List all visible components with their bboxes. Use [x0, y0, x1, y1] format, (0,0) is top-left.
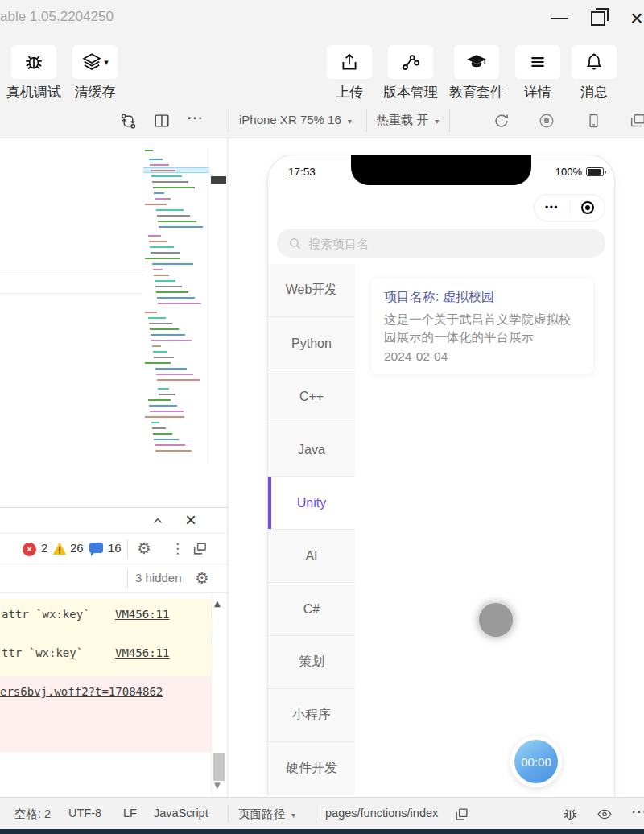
category-item[interactable]: 硬件开发 [268, 742, 355, 795]
message-bubble-icon[interactable] [89, 543, 103, 553]
remote-debug-button[interactable]: 真机调试 [6, 45, 61, 101]
category-item[interactable]: Web开发 [268, 264, 355, 317]
simulator-panel: 17:53 100% ••• Web开发 Python C++ Java Uni… [229, 138, 644, 797]
chevron-down-icon: ▾ [291, 811, 295, 820]
status-eol[interactable]: LF [123, 807, 137, 820]
search-bar[interactable] [277, 229, 605, 258]
console-error-row[interactable]: ers6bvj.woff2?t=17084862 [0, 676, 227, 753]
phone-clock: 17:53 [288, 166, 316, 178]
console-scrollbar[interactable]: ▲ ▼ [211, 594, 227, 798]
category-sidebar: Web开发 Python C++ Java Unity AI C# 策划 小程序… [268, 264, 355, 797]
battery-icon [586, 167, 604, 176]
console-settings-gear-icon[interactable]: ⚙ [137, 539, 151, 558]
message-count[interactable]: 16 [108, 541, 122, 555]
console-more-icon[interactable]: ⋮ [171, 540, 184, 556]
project-card[interactable]: 项目名称: 虚拟校园 这是一个关于武昌首义学院虚拟校园展示的一体化的平台展示 2… [371, 279, 593, 374]
clear-cache-button[interactable]: ▾ 清缓存 [72, 45, 118, 101]
warning-text: attr `wx:key` [2, 608, 90, 621]
chevron-down-icon: ▾ [435, 117, 439, 126]
version-control-button[interactable]: 版本管理 [383, 45, 438, 101]
status-more-icon[interactable]: ⋯ [631, 802, 644, 821]
messages-button[interactable]: 消息 [572, 45, 617, 101]
console-warning-row[interactable]: ttr `wx:key` VM456:11 [0, 638, 227, 676]
scroll-up-icon[interactable]: ▲ [214, 599, 221, 608]
console-scrollbar-thumb[interactable] [213, 753, 225, 781]
hot-reload-toggle[interactable]: 热重载 开 ▾ [377, 113, 439, 128]
capsule-more-icon[interactable]: ••• [535, 202, 569, 213]
remote-debug-label: 真机调试 [6, 83, 61, 101]
project-content: 项目名称: 虚拟校园 这是一个关于武昌首义学院虚拟校园展示的一体化的平台展示 2… [355, 264, 614, 797]
editor-scrollbar-thumb[interactable] [211, 176, 226, 184]
hidden-messages-label[interactable]: 3 hidden [135, 571, 182, 584]
details-button[interactable]: 详情 [515, 45, 560, 101]
category-item-active[interactable]: Unity [268, 477, 355, 530]
code-editor-pane [0, 138, 228, 507]
phone-mode-icon[interactable] [585, 112, 602, 130]
chevron-down-icon: ▾ [104, 57, 109, 68]
source-link[interactable]: VM456:11 [115, 608, 169, 621]
category-item[interactable]: AI [268, 530, 355, 583]
scroll-down-icon[interactable]: ▼ [214, 781, 221, 790]
timer-value: 00:00 [521, 755, 551, 769]
search-input[interactable] [308, 237, 550, 250]
main-toolbar: 真机调试 ▾ 清缓存 上传 [0, 39, 644, 103]
upload-label: 上传 [336, 83, 363, 101]
page-path-selector[interactable]: 页面路径 ▾ [238, 807, 295, 822]
device-selector[interactable]: iPhone XR 75% 16 ▾ [239, 113, 352, 126]
page-path-value[interactable]: pages/functions/index [325, 807, 438, 820]
category-item[interactable]: Java [268, 423, 355, 477]
console-close-icon[interactable]: × [185, 509, 196, 531]
chevron-up-icon[interactable] [150, 514, 166, 528]
chevron-down-icon: ▾ [348, 117, 352, 126]
divider [208, 148, 208, 464]
restore-button[interactable] [580, 0, 617, 36]
minimize-button[interactable] [541, 0, 578, 36]
category-item[interactable]: C++ [268, 370, 355, 423]
menu-icon [527, 52, 548, 72]
multi-window-icon[interactable] [628, 112, 644, 130]
stop-icon[interactable] [538, 112, 555, 130]
dock-side-icon[interactable] [192, 541, 208, 556]
warning-icon[interactable] [52, 542, 67, 555]
miniprogram-capsule: ••• [534, 194, 605, 221]
status-encoding[interactable]: UTF-8 [68, 807, 101, 820]
timer-button[interactable]: 00:00 [510, 736, 562, 787]
copy-icon[interactable] [455, 807, 469, 821]
category-item[interactable]: Python [268, 317, 355, 370]
simulator-toolbar: ⋯ iPhone XR 75% 16 ▾ 热重载 开 ▾ [0, 103, 644, 138]
capsule-exit-icon[interactable] [570, 201, 605, 214]
bell-icon [584, 52, 605, 72]
warning-count[interactable]: 26 [70, 541, 84, 555]
upload-button[interactable]: 上传 [327, 45, 372, 101]
source-link[interactable]: VM456:11 [115, 646, 169, 659]
close-button[interactable]: × [618, 0, 644, 36]
debug-bug-icon[interactable] [562, 806, 579, 823]
category-item[interactable]: C# [268, 583, 355, 636]
layers-icon [81, 52, 102, 72]
loading-dot [479, 603, 513, 637]
divider [0, 275, 143, 275]
code-minimap[interactable] [145, 150, 206, 456]
more-options-icon[interactable]: ⋯ [187, 108, 204, 127]
phone-notch [351, 155, 531, 185]
console-panel: × 2 26 16 ⚙ ⋮ 3 hidden ⚙ attr `wx:key` V… [0, 507, 228, 797]
category-item[interactable]: 策划 [268, 636, 355, 689]
error-icon[interactable] [23, 543, 36, 556]
status-language[interactable]: JavaScript [154, 807, 208, 820]
refresh-icon[interactable] [493, 112, 510, 130]
filter-gear-icon[interactable]: ⚙ [195, 568, 209, 588]
bug-icon [23, 52, 44, 72]
compile-mode-icon[interactable] [119, 112, 138, 130]
version-control-label: 版本管理 [383, 83, 438, 101]
education-kit-button[interactable]: 教育套件 [449, 45, 504, 101]
category-item[interactable]: 小程序 [268, 689, 355, 742]
split-view-icon[interactable] [153, 112, 171, 130]
console-warning-row[interactable]: attr `wx:key` VM456:11 [0, 599, 227, 638]
warning-text: ttr `wx:key` [2, 646, 83, 659]
error-count[interactable]: 2 [41, 541, 47, 555]
project-card-date: 2024-02-04 [384, 349, 580, 364]
status-spaces[interactable]: 空格: 2 [14, 807, 51, 822]
error-source-link[interactable]: ers6bvj.woff2?t=17084862 [0, 685, 163, 698]
search-icon [288, 237, 302, 250]
eye-icon[interactable] [596, 807, 613, 822]
